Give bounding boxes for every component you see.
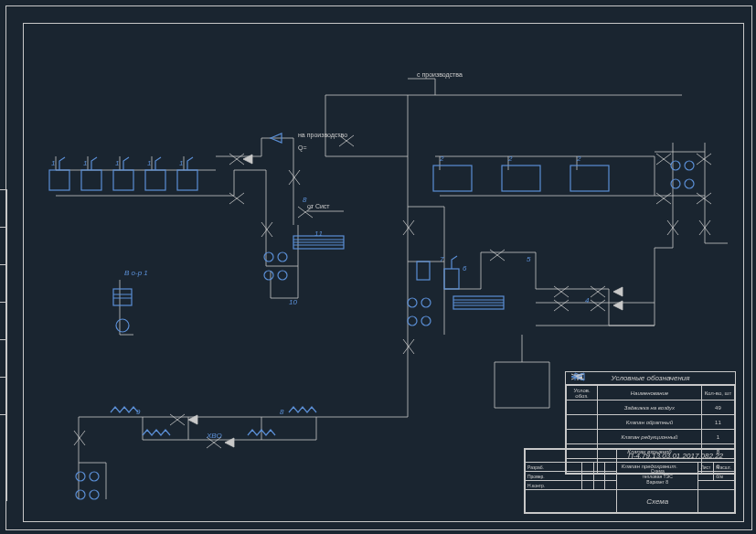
valve-icon	[403, 220, 414, 235]
schematic-drawing: на производство с производства от Сист Q…	[24, 24, 743, 521]
svg-point-12	[264, 252, 273, 262]
svg-point-18	[408, 316, 417, 326]
node-label: 10	[289, 298, 297, 306]
node-label: 9	[136, 408, 140, 416]
node-label: 4	[585, 296, 589, 304]
valve-icon	[554, 286, 569, 297]
separator-icon	[113, 289, 132, 332]
valve-icon	[403, 339, 414, 354]
check-valve-icon	[613, 287, 623, 296]
svg-point-13	[278, 252, 287, 262]
check-valves-group	[188, 155, 623, 447]
node-label: 2	[508, 155, 512, 163]
svg-rect-2	[113, 170, 133, 190]
valve-icon	[229, 193, 244, 204]
pump-icon	[408, 298, 431, 307]
valve-icon	[656, 154, 671, 165]
svg-rect-1	[81, 170, 101, 190]
check-valve-icon	[225, 438, 234, 447]
hx-icon	[143, 430, 170, 435]
node-label: 1	[147, 159, 151, 167]
tb-line3: Вариант 8	[619, 479, 696, 485]
svg-rect-29	[417, 262, 430, 280]
valve-icon	[170, 414, 185, 425]
svg-rect-3	[145, 170, 165, 190]
label-to-production: на производство	[298, 132, 347, 138]
deaerator-icon	[293, 236, 344, 249]
label-hru: ХВО	[207, 432, 222, 440]
pump-icon	[76, 472, 99, 481]
svg-point-15	[278, 271, 287, 280]
svg-point-17	[421, 298, 431, 307]
pump-icon	[408, 316, 431, 326]
node-label: 8	[280, 408, 283, 416]
node-label: 1	[115, 159, 119, 167]
svg-point-27	[116, 319, 129, 332]
valve-icon	[74, 431, 85, 445]
vessel-icon	[417, 262, 430, 280]
svg-point-8	[671, 161, 680, 170]
node-label: 2	[440, 155, 443, 163]
pump-icon	[671, 179, 694, 188]
valve-icon	[656, 193, 671, 204]
svg-point-14	[264, 271, 273, 280]
legend-row: Задвижка на воздух 49	[567, 400, 735, 415]
tb-project2: Схема	[616, 490, 697, 513]
boiler-row	[49, 157, 197, 190]
label-from-cust: от Сист	[307, 203, 330, 209]
node-label: 8	[303, 196, 306, 204]
svg-point-21	[90, 472, 99, 481]
svg-point-23	[90, 490, 99, 499]
valve-icon	[490, 250, 505, 261]
hx-icon	[289, 407, 316, 412]
svg-point-10	[671, 179, 680, 188]
node-label: 11	[314, 230, 323, 238]
node-label: 7	[440, 255, 443, 263]
svg-rect-26	[113, 289, 132, 305]
label-from-production: с производства	[417, 71, 463, 78]
svg-rect-7	[570, 166, 609, 191]
check-valve-icon	[188, 415, 197, 424]
valve-icon	[697, 193, 711, 204]
node-label: 5	[527, 255, 530, 263]
pump-icon	[264, 252, 287, 262]
valve-icon	[554, 300, 569, 311]
tank-row	[433, 166, 609, 191]
node-label: 2	[577, 155, 580, 163]
valve-icon	[591, 286, 605, 297]
valve-icon	[261, 222, 272, 237]
title-block: П-4.79.13.03.01.2017.082.22 Разраб. Схем…	[524, 448, 736, 514]
valve-icon	[229, 154, 244, 165]
svg-point-11	[685, 179, 694, 188]
drawing-number: П-4.79.13.03.01.2017.082.22	[616, 450, 734, 463]
pump-icon	[76, 490, 99, 499]
legend-row: Клапан обратный 11	[567, 415, 735, 430]
svg-rect-28	[444, 269, 459, 289]
vessel-icon	[444, 256, 459, 289]
check-valve-icon	[243, 155, 252, 164]
node-label: 1	[51, 159, 55, 167]
side-stamp	[0, 189, 7, 501]
hx-icon	[111, 407, 138, 412]
node-label: 1	[83, 159, 87, 167]
svg-point-19	[421, 316, 431, 326]
svg-point-20	[76, 472, 85, 481]
node-label: 6	[463, 264, 466, 272]
safety-icon	[566, 372, 590, 381]
svg-rect-4	[177, 170, 197, 190]
legend-header: Услов. обоз.	[567, 386, 598, 400]
svg-rect-5	[433, 166, 472, 191]
pump-icon	[264, 271, 287, 280]
label-vent: В о-р 1	[124, 269, 148, 277]
legend-row: Клапан редукционный 1	[567, 430, 735, 444]
valve-icon	[697, 154, 711, 165]
svg-point-9	[685, 161, 694, 170]
svg-rect-0	[49, 170, 69, 190]
deaerator-icon	[453, 296, 504, 309]
svg-point-22	[76, 490, 85, 499]
drawing-frame: на производство с производства от Сист Q…	[23, 23, 744, 522]
svg-point-16	[408, 298, 417, 307]
drawing-sheet: на производство с производства от Сист Q…	[5, 5, 752, 530]
legend-header: Наименование	[598, 386, 702, 400]
label-flow: Q=	[298, 144, 307, 151]
